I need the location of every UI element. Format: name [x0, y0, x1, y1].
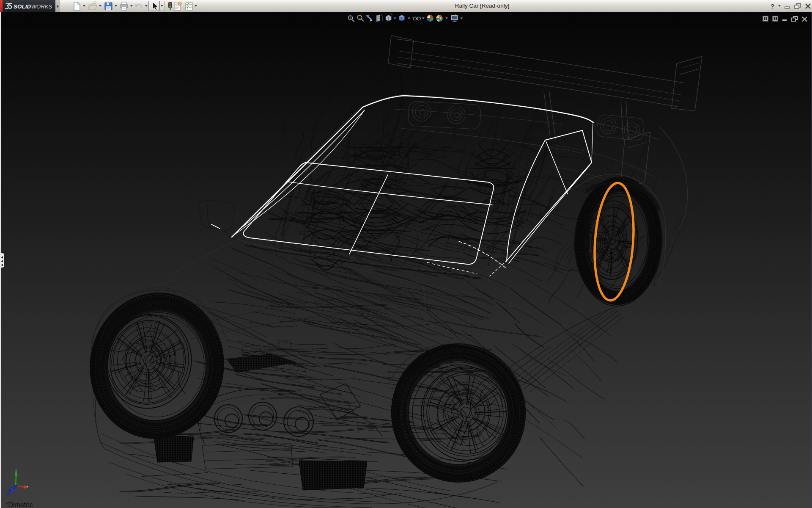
svg-text:WORKS: WORKS	[31, 3, 52, 10]
svg-text:?: ?	[771, 3, 774, 10]
svg-text:*Dimetric: *Dimetric	[5, 501, 33, 508]
svg-text:SOLID: SOLID	[14, 3, 31, 10]
